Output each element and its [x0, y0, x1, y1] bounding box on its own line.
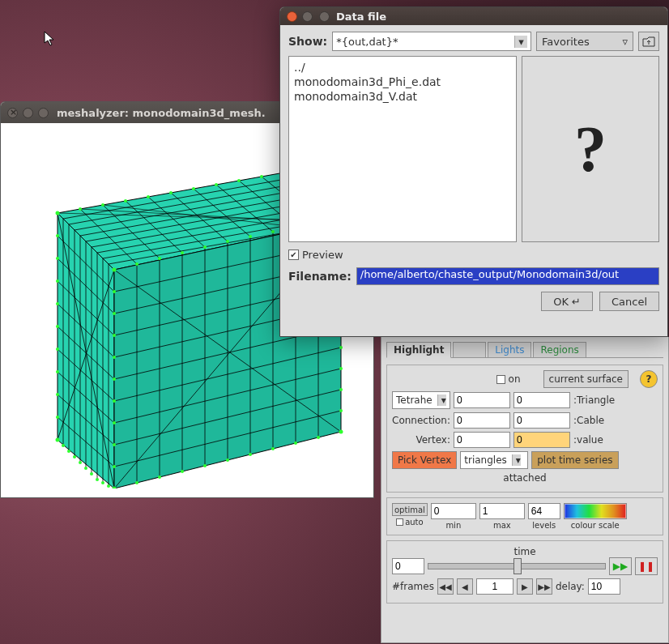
connection-index-2[interactable] [513, 412, 570, 429]
last-frame-button[interactable]: ▶▶ [536, 578, 552, 595]
svg-point-100 [56, 257, 59, 260]
optimal-button[interactable]: optimal [392, 503, 428, 516]
connection-index-1[interactable] [454, 412, 510, 429]
tab-highlight[interactable]: Highlight [386, 342, 451, 358]
min-input[interactable] [431, 503, 476, 519]
play-button[interactable]: ▶▶ [609, 557, 632, 575]
svg-point-73 [101, 203, 104, 207]
vertex-label: Vertex: [392, 434, 450, 446]
file-item-parent[interactable]: ../ [294, 60, 511, 75]
svg-point-76 [169, 191, 173, 194]
pause-button[interactable]: ❚❚ [635, 557, 658, 575]
levels-under: levels [532, 521, 556, 530]
element-index-2[interactable] [513, 392, 570, 408]
time-group: time ▶▶ ❚❚ #frames ◀◀ ◀ ▶ ▶▶ delay: [386, 540, 663, 603]
svg-point-105 [56, 370, 59, 373]
pick-vertex-button[interactable]: Pick Vertex [392, 451, 457, 469]
svg-point-108 [113, 290, 116, 293]
preview-checkbox-label: Preview [302, 249, 343, 261]
svg-point-106 [56, 393, 59, 396]
tab-bar: Highlight Lights Regions [386, 342, 663, 358]
maximize-icon[interactable] [319, 11, 330, 22]
svg-point-103 [56, 325, 59, 328]
auto-checkbox[interactable] [396, 518, 403, 526]
svg-point-124 [339, 388, 343, 391]
svg-point-109 [113, 312, 116, 315]
plot-time-series-button[interactable]: plot time series [531, 451, 618, 469]
svg-point-80 [260, 175, 263, 178]
svg-point-137 [181, 470, 184, 473]
svg-point-110 [113, 334, 116, 337]
svg-point-92 [181, 251, 184, 254]
max-under: max [493, 521, 511, 530]
svg-point-138 [203, 464, 207, 467]
element-type-select[interactable]: Tetrahe▾ [392, 391, 450, 409]
folder-up-button[interactable] [638, 32, 659, 51]
on-checkbox[interactable] [496, 375, 505, 384]
next-frame-button[interactable]: ▶ [517, 578, 533, 595]
file-item[interactable]: monodomain3d_Phi_e.dat [294, 75, 511, 89]
delay-input[interactable] [588, 578, 620, 595]
svg-point-93 [203, 245, 207, 249]
vertex-index[interactable] [454, 432, 510, 448]
svg-point-69 [56, 438, 60, 442]
tab-regions[interactable]: Regions [533, 342, 586, 357]
tab-lights[interactable]: Lights [488, 342, 531, 357]
slider-thumb[interactable] [513, 558, 522, 574]
svg-point-116 [113, 465, 116, 468]
value-label: :value [573, 434, 603, 446]
time-label: time [392, 546, 658, 557]
show-pattern-select[interactable]: *{out,dat}* ▾ [332, 32, 531, 51]
filename-input[interactable]: /home/alberto/chaste_output/Monodomain3d… [356, 267, 659, 285]
frame-number-input[interactable] [476, 578, 513, 595]
time-slider[interactable] [428, 563, 606, 569]
delay-label: delay: [556, 581, 585, 592]
preview-checkbox[interactable]: ✔ [288, 249, 299, 260]
svg-point-134 [107, 484, 110, 488]
minimize-icon[interactable] [302, 11, 313, 22]
attached-label: attached [503, 472, 546, 484]
svg-point-140 [249, 453, 252, 456]
svg-point-111 [113, 356, 116, 359]
dialog-titlebar[interactable]: Data file [280, 7, 667, 25]
svg-point-129 [79, 461, 82, 464]
time-value-input[interactable] [392, 558, 424, 574]
favorites-button[interactable]: Favorites ▿ [536, 32, 633, 51]
current-surface-button[interactable]: current surface [543, 370, 629, 388]
on-label: on [509, 373, 521, 385]
preview-pane: ? [522, 56, 659, 242]
svg-point-101 [56, 279, 59, 283]
svg-point-114 [113, 421, 116, 424]
favorites-label: Favorites [542, 36, 590, 48]
file-list[interactable]: ../ monodomain3d_Phi_e.dat monodomain3d_… [288, 56, 517, 242]
svg-point-141 [271, 447, 275, 450]
first-frame-button[interactable]: ◀◀ [437, 578, 454, 595]
file-item[interactable]: monodomain3d_V.dat [294, 89, 511, 104]
meshalyzer-title: meshalyzer: monodomain3d_mesh. [57, 107, 266, 119]
triangles-select[interactable]: triangles▾ [460, 451, 528, 469]
close-icon[interactable]: × [7, 108, 18, 118]
svg-point-78 [215, 183, 218, 186]
svg-point-107 [56, 416, 59, 419]
filename-label: Filename: [288, 270, 352, 283]
svg-point-128 [73, 455, 76, 458]
svg-point-132 [96, 478, 99, 481]
vertex-value[interactable] [513, 432, 570, 448]
max-input[interactable] [479, 503, 525, 519]
svg-point-127 [67, 450, 70, 453]
colour-scale-bar[interactable] [564, 503, 627, 519]
cancel-button[interactable]: Cancel [599, 292, 659, 311]
svg-point-65 [56, 211, 60, 215]
prev-frame-button[interactable]: ◀ [457, 578, 473, 595]
svg-point-95 [249, 235, 252, 238]
element-index-1[interactable] [454, 392, 510, 408]
levels-input[interactable] [528, 503, 560, 519]
min-under: min [445, 521, 461, 530]
minimize-icon[interactable] [23, 108, 33, 118]
close-icon[interactable] [287, 11, 297, 22]
ok-button[interactable]: OK ↵ [541, 292, 593, 311]
tab-disabled [453, 342, 486, 357]
maximize-icon[interactable] [38, 108, 49, 118]
svg-point-115 [113, 443, 116, 446]
help-button[interactable]: ? [640, 370, 658, 388]
